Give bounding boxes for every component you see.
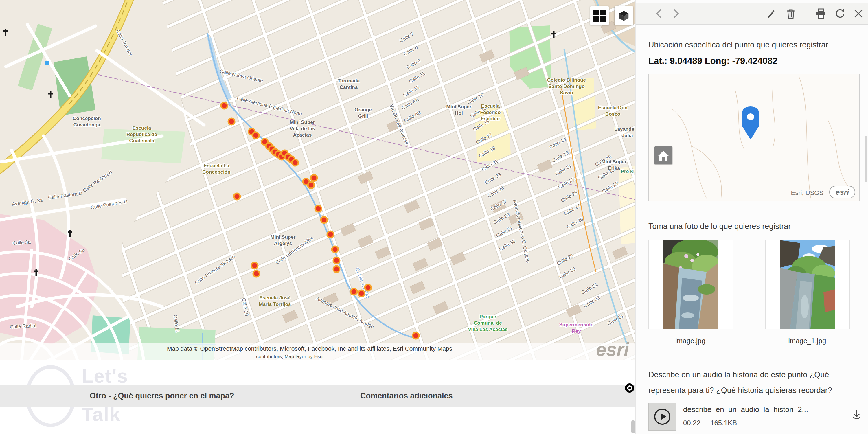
svg-text:Escobar: Escobar <box>480 116 500 122</box>
svg-text:Escuela: Escuela <box>481 103 500 109</box>
svg-text:Covadonga: Covadonga <box>73 122 100 128</box>
photo-row <box>648 240 860 329</box>
print-button[interactable] <box>814 7 827 20</box>
location-section-title: Ubicación específica del punto que quier… <box>648 40 860 50</box>
svg-text:Concepción: Concepción <box>73 116 101 121</box>
svg-text:Guatemala: Guatemala <box>129 138 155 144</box>
photo-2-caption: image_1.jpg <box>765 337 849 345</box>
svg-text:Mini Super: Mini Super <box>446 104 472 110</box>
form-column-comentarios: Comentarios adicionales <box>360 385 453 407</box>
refresh-icon <box>834 7 846 20</box>
close-icon <box>852 8 864 20</box>
audio-meta: 00:22165.1KB <box>683 419 747 427</box>
minimap[interactable]: Esri, USGS esri <box>648 74 860 201</box>
svg-text:Julia: Julia <box>622 133 633 138</box>
svg-text:Comunal de: Comunal de <box>474 320 502 326</box>
footer-scrollbar-thumb[interactable] <box>631 420 635 433</box>
chevron-left-icon <box>654 7 664 20</box>
svg-text:Pre K: Pre K <box>621 169 634 174</box>
attribution-line2: contributors, Map layer by Esri <box>256 354 322 359</box>
svg-text:Mini Super: Mini Super <box>271 235 296 240</box>
delete-button[interactable] <box>784 7 797 20</box>
audio-download-button[interactable] <box>848 408 861 421</box>
svg-text:Rey: Rey <box>572 329 581 334</box>
trash-icon <box>784 7 797 20</box>
svg-text:Villa de las: Villa de las <box>290 126 315 131</box>
svg-text:María Torrijos: María Torrijos <box>259 302 291 307</box>
svg-text:Cantina: Cantina <box>340 85 358 90</box>
audio-player: describe_en_un_audio_la_histori_2... 00:… <box>648 403 860 434</box>
map-canvas[interactable]: Calle Nueva OrienteCalle Alemana Español… <box>0 0 636 360</box>
watermark-text: Let's <box>82 365 128 387</box>
svg-text:Savio: Savio <box>560 90 573 95</box>
form-header-band: Otro - ¿Qué quieres poner en el mapa? Co… <box>0 385 636 407</box>
svg-text:Santo Domingo: Santo Domingo <box>548 84 585 89</box>
photo-thumbnail-2[interactable] <box>765 240 850 329</box>
svg-text:Acacias: Acacias <box>293 132 312 138</box>
coordinates-value: Lat.: 9.04489 Long: -79.424082 <box>648 56 860 66</box>
svg-text:Erika: Erika <box>608 165 620 171</box>
svg-text:Lavandería: Lavandería <box>614 126 636 132</box>
photo-1-image <box>663 240 718 329</box>
svg-text:Escuela La: Escuela La <box>204 163 229 168</box>
audio-play-button[interactable] <box>648 403 676 431</box>
panel-content: Ubicación específica del punto que quier… <box>648 24 860 434</box>
record-indicator[interactable] <box>625 383 634 393</box>
map-attribution: Map data © OpenStreetMap contributors, M… <box>0 343 636 360</box>
attribution-line1: Map data © OpenStreetMap contributors, M… <box>167 345 452 352</box>
printer-icon <box>814 7 827 20</box>
audio-filename: describe_en_un_audio_la_histori_2... <box>683 405 808 414</box>
svg-text:Federico: Federico <box>480 110 501 115</box>
svg-text:Hol: Hol <box>455 111 463 116</box>
svg-text:Mini Super: Mini Super <box>601 159 627 165</box>
play-icon <box>653 407 672 426</box>
form-footer: Let's Talk Otro - ¿Qué quieres poner en … <box>0 360 636 434</box>
minimap-attribution: Esri, USGS <box>791 189 824 197</box>
svg-text:Concepción: Concepción <box>202 169 230 175</box>
audio-section-title: Describe en un audio la historia de este… <box>648 367 863 398</box>
esri-watermark: esri <box>596 339 629 360</box>
photo-thumbnail-1[interactable] <box>648 240 733 329</box>
audio-duration: 00:22 <box>683 419 701 427</box>
svg-text:Argelys: Argelys <box>274 241 292 246</box>
svg-text:Parque: Parque <box>479 314 496 319</box>
svg-text:Supermercado: Supermercado <box>559 322 593 328</box>
layers-button[interactable] <box>615 6 633 25</box>
prev-record-button[interactable] <box>652 7 665 20</box>
toolbar-divider <box>805 8 805 19</box>
svg-text:Villa Las Acacias: Villa Las Acacias <box>468 327 507 332</box>
cube-icon <box>616 6 631 25</box>
home-icon <box>656 148 671 162</box>
download-icon <box>850 408 863 421</box>
detail-panel: Ubicación específica del punto que quier… <box>636 0 868 434</box>
svg-text:Toronada: Toronada <box>338 78 360 84</box>
panel-scrollbar-thumb[interactable] <box>865 136 867 182</box>
svg-text:Mini Super: Mini Super <box>290 120 315 125</box>
panel-toolbar <box>636 3 868 25</box>
svg-text:Bosco: Bosco <box>605 112 620 117</box>
svg-text:Escuela José: Escuela José <box>259 295 290 301</box>
svg-text:Escuela Don: Escuela Don <box>598 105 627 111</box>
refresh-button[interactable] <box>834 7 846 20</box>
svg-text:Orange: Orange <box>354 107 372 113</box>
form-column-otro: Otro - ¿Qué quieres poner en el mapa? <box>90 385 235 407</box>
edit-button[interactable] <box>765 7 777 20</box>
record-indicator-ring <box>627 385 632 391</box>
photo-1-caption: image.jpg <box>648 337 732 345</box>
chevron-right-icon <box>671 7 681 20</box>
home-extent-button[interactable] <box>654 146 673 164</box>
svg-text:Grill: Grill <box>358 114 368 119</box>
next-record-button[interactable] <box>670 7 683 20</box>
photo-section-title: Toma una foto de lo que quieres registra… <box>648 222 860 231</box>
caption-row: image.jpg image_1.jpg <box>648 337 860 348</box>
svg-text:Colegio Bilingüe: Colegio Bilingüe <box>547 77 586 83</box>
audio-size: 165.1KB <box>710 419 737 427</box>
svg-text:Escuela: Escuela <box>132 125 151 131</box>
basemap-gallery-button[interactable] <box>590 6 609 25</box>
close-button[interactable] <box>852 7 865 20</box>
grid-icon <box>593 9 606 22</box>
svg-text:República de: República de <box>126 132 157 137</box>
esri-badge: esri <box>829 186 855 198</box>
pencil-icon <box>765 8 777 20</box>
basemap: Calle Nueva OrienteCalle Alemana Español… <box>0 0 636 360</box>
